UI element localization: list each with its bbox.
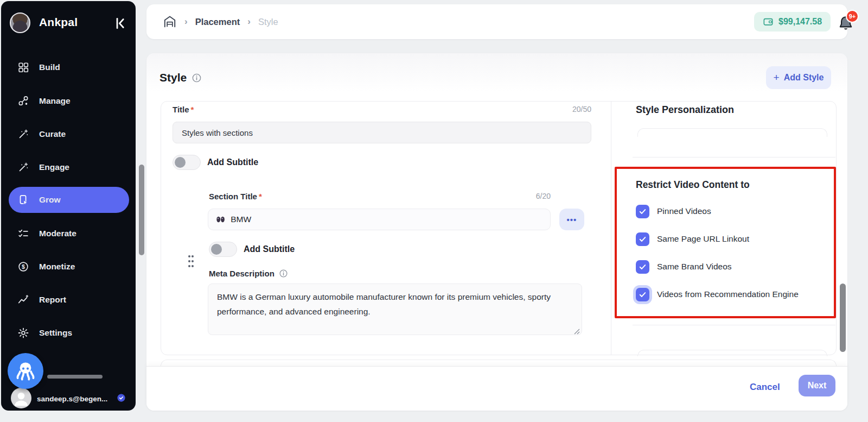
sidebar-item-engage[interactable]: Engage [9, 156, 129, 178]
sidebar-item-monetize[interactable]: $ Monetize [9, 256, 129, 278]
toggle-knob [175, 157, 186, 168]
wallet-amount: $99,147.58 [778, 17, 822, 27]
sidebar: Ankpal Build [1, 1, 136, 411]
eyes-emoji-icon [216, 216, 225, 223]
plus-icon: + [774, 72, 780, 84]
sidebar-item-moderate[interactable]: Moderate [9, 223, 129, 244]
ellipsis-icon: ••• [567, 215, 577, 224]
workspace-name: Ankpal [39, 16, 78, 29]
topbar: › Placement › Style $99,147.58 9+ [146, 4, 847, 39]
collapse-icon [112, 15, 128, 32]
sidebar-header: Ankpal [1, 1, 136, 45]
checkbox-checked-icon[interactable] [636, 288, 649, 301]
person-icon [11, 388, 31, 408]
sidebar-item-label: Curate [39, 129, 66, 139]
option-label: Same Page URL Linkout [657, 234, 749, 244]
collapse-sidebar-button[interactable] [112, 15, 128, 32]
title-field-label: Title* [173, 105, 194, 114]
workspace-avatar[interactable] [10, 12, 30, 33]
title-input[interactable] [173, 122, 591, 143]
sidebar-item-label: Grow [39, 195, 61, 205]
app-root: Ankpal Build [0, 0, 868, 422]
content-vertical-scrollbar[interactable] [139, 165, 144, 255]
breadcrumb-separator: › [247, 16, 251, 27]
textarea-resize-handle[interactable] [574, 327, 580, 337]
assistant-widget-button[interactable] [8, 353, 43, 389]
info-icon[interactable] [279, 269, 288, 278]
form-footer: Cancel Next [146, 366, 847, 411]
next-button[interactable]: Next [799, 375, 835, 396]
section-divider [633, 157, 835, 158]
sidebar-item-grow[interactable]: Grow [9, 187, 129, 213]
section-divider [633, 325, 835, 325]
section-title-field-label: Section Title* [209, 192, 262, 201]
breadcrumb: › Placement › Style [163, 4, 278, 39]
user-email: sandeep.s@begen... [37, 395, 107, 403]
dollar-circle-icon: $ [17, 261, 29, 273]
sidebar-item-report[interactable]: Report [9, 289, 129, 311]
trend-icon [17, 294, 29, 306]
option-label: Videos from Recommendation Engine [657, 289, 799, 299]
svg-text:$: $ [22, 263, 25, 270]
wand-icon [17, 128, 29, 140]
checkbox-checked-icon[interactable] [636, 232, 649, 246]
sidebar-item-label: Manage [39, 96, 71, 106]
sidebar-item-label: Engage [39, 162, 69, 172]
section-title-input-wrap [208, 209, 551, 230]
breadcrumb-style: Style [258, 17, 278, 27]
option-label: Same Brand Videos [657, 262, 732, 272]
option-same-page-url-linkout[interactable]: Same Page URL Linkout [636, 232, 749, 246]
info-icon[interactable] [192, 73, 202, 83]
drag-handle-icon[interactable] [187, 254, 195, 270]
sidebar-item-label: Settings [39, 328, 72, 338]
add-subtitle-label: Add Subtitle [207, 158, 258, 167]
grid-icon [17, 61, 29, 73]
sidebar-item-label: Report [39, 295, 66, 305]
sidebar-item-manage[interactable]: Manage [9, 90, 129, 112]
breadcrumb-placement[interactable]: Placement [195, 17, 240, 27]
section-add-subtitle-toggle[interactable] [209, 242, 237, 257]
next-section-card-edge [161, 360, 837, 366]
personalization-card-edge [637, 350, 827, 356]
sidebar-horizontal-scrollbar[interactable] [47, 375, 103, 379]
checklist-icon [17, 228, 29, 240]
style-personalization-title: Style Personalization [636, 104, 734, 116]
home-icon[interactable] [163, 15, 177, 29]
sidebar-item-curate[interactable]: Curate [9, 123, 129, 145]
octopus-icon [15, 360, 36, 382]
notification-count-badge: 9+ [846, 10, 859, 23]
sidebar-item-settings[interactable]: Settings [9, 322, 129, 344]
option-videos-from-recommendation-engine[interactable]: Videos from Recommendation Engine [636, 287, 799, 301]
personalization-scrollbar[interactable] [840, 284, 846, 352]
section-title-input[interactable] [231, 215, 542, 224]
checkbox-checked-icon[interactable] [636, 205, 649, 218]
wallet-icon [763, 16, 774, 27]
notifications-button[interactable]: 9+ [837, 12, 860, 34]
restrict-video-heading: Restrict Video Content to [636, 179, 750, 191]
breadcrumb-separator: › [184, 16, 188, 27]
option-pinned-videos[interactable]: Pinned Videos [636, 204, 711, 218]
option-label: Pinned Videos [657, 206, 711, 216]
verified-badge-icon [116, 393, 126, 405]
sidebar-item-label: Moderate [39, 229, 76, 238]
cancel-button[interactable]: Cancel [742, 376, 788, 398]
checkbox-checked-icon[interactable] [636, 260, 649, 274]
sidebar-item-build[interactable]: Build [9, 56, 129, 78]
meta-description-label: Meta Description [209, 269, 288, 278]
section-add-subtitle-label: Add Subtitle [244, 244, 295, 254]
wallet-balance-badge[interactable]: $99,147.58 [754, 12, 831, 32]
wand-icon [17, 161, 29, 173]
add-subtitle-toggle[interactable] [173, 155, 201, 170]
add-style-button[interactable]: + Add Style [766, 66, 831, 89]
device-play-icon [17, 194, 29, 206]
option-same-brand-videos[interactable]: Same Brand Videos [636, 260, 732, 274]
nodes-icon [17, 95, 29, 107]
toggle-knob [211, 244, 222, 255]
title-char-counter: 20/50 [542, 105, 591, 114]
section-char-counter: 6/20 [507, 192, 551, 200]
section-options-button[interactable]: ••• [559, 209, 584, 230]
page-title: Style [159, 71, 202, 84]
gear-icon [17, 327, 29, 339]
meta-description-textarea[interactable]: BMW is a German luxury automobile manufa… [208, 284, 582, 335]
user-avatar [11, 388, 31, 408]
